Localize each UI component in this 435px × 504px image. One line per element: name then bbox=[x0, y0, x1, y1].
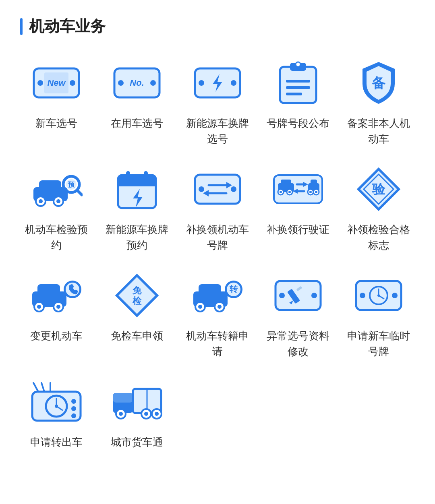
item-ev-swap-select[interactable]: 新能源车换牌选号 bbox=[181, 57, 254, 147]
icon-ev-swap-appt bbox=[111, 163, 163, 215]
item-plate-section-publish[interactable]: 号牌号段公布 bbox=[262, 57, 334, 147]
svg-point-64 bbox=[56, 305, 60, 309]
page-header: 机动车业务 bbox=[20, 16, 415, 37]
item-new-car-select[interactable]: New 新车选号 bbox=[20, 57, 93, 147]
svg-rect-71 bbox=[199, 284, 221, 295]
icon-vehicle-inspection-appt: 预 bbox=[30, 163, 83, 215]
svg-point-108 bbox=[119, 412, 123, 416]
icon-replace-license bbox=[272, 163, 324, 215]
svg-text:预: 预 bbox=[68, 181, 75, 188]
svg-rect-16 bbox=[286, 80, 310, 83]
svg-point-2 bbox=[70, 80, 75, 86]
item-replace-license[interactable]: 补换领行驶证 bbox=[262, 163, 334, 253]
page-title: 机动车业务 bbox=[29, 16, 106, 37]
svg-point-45 bbox=[280, 191, 282, 193]
item-transfer-vehicle[interactable]: 转 机动车转籍申请 bbox=[181, 269, 254, 359]
icon-city-truck bbox=[111, 376, 163, 428]
svg-point-87 bbox=[392, 293, 398, 298]
item-label: 城市货车通 bbox=[111, 434, 163, 450]
item-vehicle-inspection-appt[interactable]: 预 机动车检验预约 bbox=[20, 163, 93, 253]
icon-used-car-select: No. bbox=[111, 57, 163, 109]
svg-point-100 bbox=[71, 399, 76, 404]
svg-rect-17 bbox=[286, 86, 310, 89]
svg-text:免: 免 bbox=[132, 285, 142, 295]
icon-replace-plate bbox=[191, 163, 244, 215]
svg-point-1 bbox=[37, 80, 43, 86]
icon-ev-swap-select bbox=[191, 57, 244, 109]
item-replace-sticker[interactable]: 验 补领检验合格标志 bbox=[342, 163, 415, 253]
item-label: 申请转出车 bbox=[30, 434, 83, 450]
svg-rect-104 bbox=[113, 393, 133, 403]
svg-point-11 bbox=[231, 80, 236, 86]
item-non-owner-record[interactable]: 备 备案非本人机动车 bbox=[342, 57, 415, 147]
svg-point-38 bbox=[231, 186, 236, 192]
svg-text:检: 检 bbox=[132, 296, 142, 306]
svg-point-73 bbox=[198, 305, 202, 309]
icon-abnormal-select bbox=[272, 269, 324, 322]
item-used-car-select[interactable]: No. 在用车选号 bbox=[101, 57, 173, 147]
svg-rect-43 bbox=[281, 180, 291, 186]
icon-apply-transfer-out bbox=[30, 376, 83, 428]
item-replace-plate[interactable]: 补换领机动车号牌 bbox=[181, 163, 254, 253]
item-label: 申请新车临时号牌 bbox=[342, 328, 415, 359]
svg-point-62 bbox=[37, 305, 41, 309]
item-label: 新能源车换牌预约 bbox=[101, 222, 173, 253]
item-label: 机动车检验预约 bbox=[20, 222, 93, 253]
svg-point-75 bbox=[218, 305, 222, 309]
icon-change-vehicle bbox=[30, 269, 83, 322]
icon-exempt-inspection: 免 检 bbox=[111, 269, 163, 322]
svg-point-47 bbox=[288, 191, 291, 193]
svg-rect-34 bbox=[144, 171, 148, 180]
svg-rect-21 bbox=[39, 180, 61, 192]
svg-text:验: 验 bbox=[372, 182, 386, 196]
icon-temp-plate bbox=[352, 269, 405, 322]
svg-point-81 bbox=[311, 293, 317, 298]
svg-rect-18 bbox=[286, 93, 302, 95]
svg-line-93 bbox=[33, 383, 38, 392]
svg-point-23 bbox=[39, 199, 43, 203]
item-exempt-inspection[interactable]: 免 检 免检车申领 bbox=[101, 269, 173, 359]
svg-rect-13 bbox=[280, 67, 316, 103]
item-city-truck[interactable]: 城市货车通 bbox=[101, 376, 173, 450]
item-label: 号牌号段公布 bbox=[267, 116, 329, 131]
item-label: 机动车转籍申请 bbox=[181, 328, 254, 359]
icon-plate-section-publish bbox=[272, 57, 324, 109]
item-apply-transfer-out[interactable]: 申请转出车 bbox=[20, 376, 93, 450]
item-ev-swap-appt[interactable]: 新能源车换牌预约 bbox=[101, 163, 173, 253]
svg-point-102 bbox=[71, 413, 76, 418]
svg-rect-32 bbox=[118, 182, 156, 186]
svg-text:转: 转 bbox=[229, 285, 238, 293]
svg-point-101 bbox=[71, 406, 76, 411]
svg-point-25 bbox=[56, 199, 60, 203]
item-change-vehicle[interactable]: 变更机动车 bbox=[20, 269, 93, 359]
svg-line-94 bbox=[41, 383, 44, 392]
svg-point-53 bbox=[309, 191, 312, 193]
svg-point-80 bbox=[279, 293, 285, 298]
item-label: 新车选号 bbox=[35, 116, 77, 131]
svg-text:No.: No. bbox=[130, 78, 144, 88]
svg-rect-51 bbox=[311, 180, 317, 186]
item-abnormal-select[interactable]: 异常选号资料修改 bbox=[262, 269, 334, 359]
item-label: 补领检验合格标志 bbox=[342, 222, 415, 253]
icon-transfer-vehicle: 转 bbox=[191, 269, 244, 322]
item-label: 补换领行驶证 bbox=[267, 222, 329, 238]
items-grid: New 新车选号 No. 在用车选号 新能源车换牌选号 bbox=[20, 57, 415, 450]
icon-non-owner-record: 备 bbox=[352, 57, 405, 109]
svg-point-15 bbox=[296, 62, 300, 67]
item-label: 备案非本人机动车 bbox=[342, 116, 415, 147]
item-label: 变更机动车 bbox=[30, 328, 83, 344]
item-label: 免检车申领 bbox=[111, 328, 163, 344]
svg-point-86 bbox=[360, 293, 365, 298]
svg-rect-33 bbox=[126, 171, 130, 180]
item-temp-plate[interactable]: 申请新车临时号牌 bbox=[342, 269, 415, 359]
svg-text:New: New bbox=[47, 78, 66, 88]
svg-marker-67 bbox=[117, 275, 157, 316]
svg-point-6 bbox=[118, 80, 124, 86]
svg-point-37 bbox=[199, 186, 204, 192]
item-label: 在用车选号 bbox=[111, 116, 163, 131]
icon-new-car-select: New bbox=[30, 57, 83, 109]
item-label: 补换领机动车号牌 bbox=[181, 222, 254, 253]
item-label: 异常选号资料修改 bbox=[262, 328, 334, 359]
svg-point-7 bbox=[150, 80, 156, 86]
icon-replace-sticker: 验 bbox=[352, 163, 405, 215]
